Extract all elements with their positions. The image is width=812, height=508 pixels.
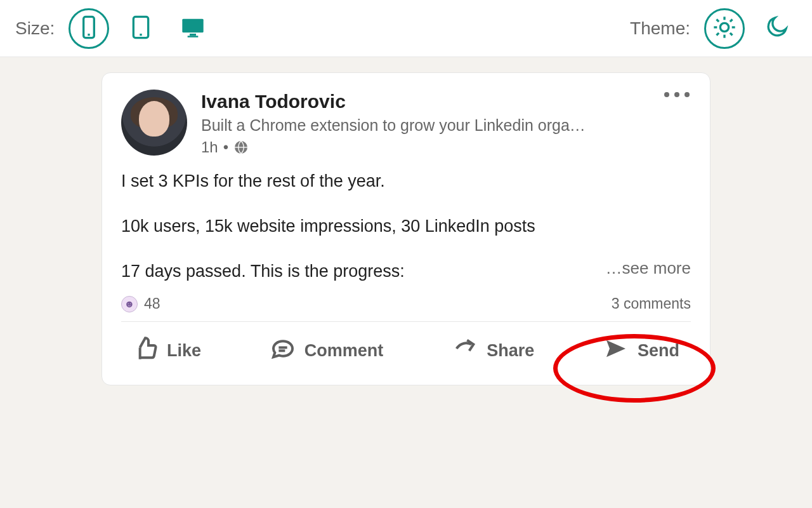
post-body: I set 3 KPIs for the rest of the year. 1… <box>121 169 691 284</box>
comment-label: Comment <box>304 341 384 361</box>
svg-rect-5 <box>190 34 196 36</box>
desktop-icon <box>180 15 206 43</box>
share-button[interactable]: Share <box>452 336 534 366</box>
author-avatar[interactable] <box>121 90 187 156</box>
moon-icon <box>764 15 789 43</box>
svg-line-12 <box>717 19 719 22</box>
size-tablet-button[interactable] <box>121 8 161 49</box>
comment-button[interactable]: Comment <box>270 336 384 366</box>
post-stats: ☻ 48 3 comments <box>121 290 691 321</box>
theme-group: Theme: <box>630 8 797 49</box>
author-headline: Built a Chrome extension to grow your Li… <box>201 116 632 135</box>
comments-count[interactable]: 3 comments <box>612 295 691 312</box>
post-header: Ivana Todorovic Built a Chrome extension… <box>121 90 691 156</box>
post-line-2: 10k users, 15k website impressions, 30 L… <box>121 214 691 239</box>
like-button[interactable]: Like <box>133 336 201 366</box>
author-name[interactable]: Ivana Todorovic <box>201 91 691 112</box>
post-time: 1h <box>201 138 218 156</box>
phone-icon <box>76 15 102 43</box>
dots-icon <box>664 92 669 97</box>
post-menu-button[interactable] <box>664 92 690 97</box>
svg-rect-6 <box>188 36 199 37</box>
like-icon <box>133 336 158 366</box>
svg-line-13 <box>730 32 733 35</box>
svg-line-15 <box>730 19 733 22</box>
reactions-group[interactable]: ☻ 48 <box>121 295 160 312</box>
divider <box>121 321 691 322</box>
send-button[interactable]: Send <box>603 336 679 366</box>
reaction-count: 48 <box>144 295 160 312</box>
globe-icon <box>233 140 249 155</box>
tablet-icon <box>128 15 154 43</box>
post-header-text: Ivana Todorovic Built a Chrome extension… <box>201 90 691 156</box>
like-label: Like <box>167 341 201 361</box>
size-group: Size: <box>15 8 213 49</box>
size-phone-button[interactable] <box>69 8 109 49</box>
size-desktop-button[interactable] <box>173 8 213 49</box>
comment-icon <box>270 336 296 366</box>
send-icon <box>603 336 629 366</box>
svg-rect-4 <box>183 18 204 32</box>
size-label: Size: <box>15 18 55 39</box>
sun-icon <box>712 15 737 43</box>
see-more-link[interactable]: …see more <box>598 257 691 281</box>
top-toolbar: Size: Theme: <box>0 0 812 57</box>
svg-line-14 <box>717 32 719 35</box>
meta-separator: • <box>223 138 228 156</box>
theme-label: Theme: <box>630 18 690 39</box>
svg-point-7 <box>720 23 728 31</box>
post-meta: 1h • <box>201 138 691 156</box>
share-label: Share <box>487 341 534 361</box>
theme-light-button[interactable] <box>704 8 745 49</box>
send-label: Send <box>638 341 679 361</box>
theme-dark-button[interactable] <box>756 8 797 49</box>
reaction-icon: ☻ <box>121 296 138 312</box>
post-actions: Like Comment Share Send <box>121 324 691 380</box>
share-icon <box>452 336 478 366</box>
post-line-1: I set 3 KPIs for the rest of the year. <box>121 169 691 194</box>
post-card: Ivana Todorovic Built a Chrome extension… <box>102 72 710 385</box>
preview-stage: Ivana Todorovic Built a Chrome extension… <box>0 57 812 508</box>
